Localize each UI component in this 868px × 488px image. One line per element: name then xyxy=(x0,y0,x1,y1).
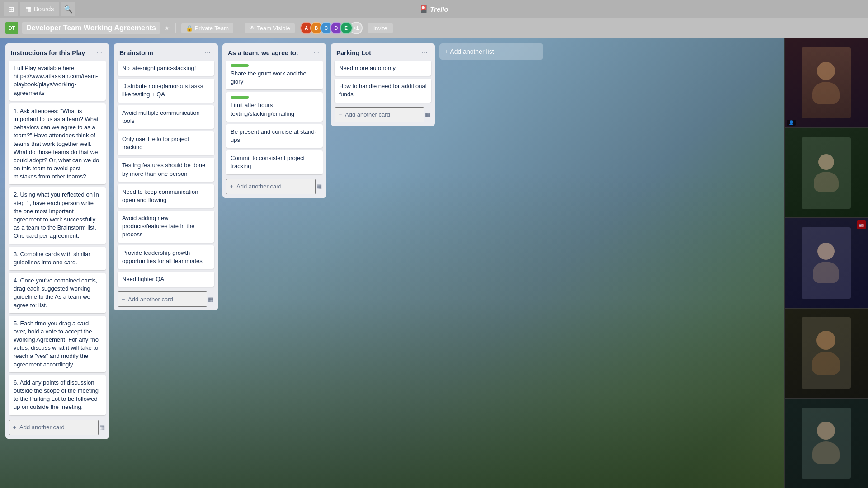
top-nav: ⊞ ▦ Boards 🔍 🎴 Trello xyxy=(0,0,868,18)
board-title-button[interactable]: Developer Team Working Agreements xyxy=(22,22,160,34)
card-text-brainstorm-4: Testing features should be done by more … xyxy=(122,162,205,177)
card-text-brainstorm-0: No late-night panic-slacking! xyxy=(122,65,196,71)
boards-button[interactable]: ▦ Boards xyxy=(20,2,59,16)
card-text-brainstorm-2: Avoid multiple communication tools xyxy=(122,109,200,124)
video-tile-2 xyxy=(784,128,868,218)
list-menu-instructions[interactable]: ··· xyxy=(94,48,104,58)
video-tile-3: 🇺🇸 xyxy=(784,218,868,308)
card-text-parking-0: Need more autonomy xyxy=(339,65,396,71)
plus-icon: ＋ xyxy=(229,183,235,191)
card-parking-0[interactable]: Need more autonomy xyxy=(335,61,431,76)
board-title: Developer Team Working Agreements xyxy=(26,24,156,32)
add-card-button-instructions[interactable]: ＋ Add another card xyxy=(9,420,99,435)
list-header-agree: As a team, we agree to:··· xyxy=(222,43,326,61)
card-text-agree-3: Commit to consistent project tracking xyxy=(231,155,305,169)
card-agree-3[interactable]: Commit to consistent project tracking xyxy=(226,150,323,174)
card-brainstorm-8[interactable]: Need tighter QA xyxy=(118,272,214,287)
card-brainstorm-0[interactable]: No late-night panic-slacking! xyxy=(118,61,214,76)
board-icon: ▦ xyxy=(25,5,31,13)
archive-button-agree[interactable]: ▦ xyxy=(316,182,323,191)
card-agree-1[interactable]: Limit after hours texting/slacking/email… xyxy=(226,92,323,121)
card-instructions-0[interactable]: Full Play available here: https://www.at… xyxy=(9,61,106,101)
card-brainstorm-4[interactable]: Testing features should be done by more … xyxy=(118,158,214,181)
workspace-icon: DT xyxy=(5,22,18,34)
card-parking-1[interactable]: How to handle need for additional funds xyxy=(335,79,431,102)
archive-button-parking[interactable]: ▦ xyxy=(424,110,431,119)
search-button[interactable]: 🔍 xyxy=(61,2,75,16)
add-card-label-instructions: Add another card xyxy=(19,424,65,431)
list-header-instructions: Instructions for this Play··· xyxy=(5,43,109,61)
card-brainstorm-6[interactable]: Avoid adding new products/features late … xyxy=(118,211,214,243)
list-cards-agree: Share the grunt work and the gloryLimit … xyxy=(222,61,326,177)
header-divider2 xyxy=(239,23,239,33)
video-name-1: 👤 xyxy=(787,120,796,126)
trello-wordmark: Trello xyxy=(430,5,448,13)
card-label-agree-1 xyxy=(231,96,249,99)
list-title-agree: As a team, we agree to: xyxy=(228,49,298,56)
board-area: Instructions for this Play···Full Play a… xyxy=(0,38,868,488)
card-instructions-6[interactable]: 6. Add any points of discussion outside … xyxy=(9,375,106,415)
list-cards-brainstorm: No late-night panic-slacking!Distribute … xyxy=(114,61,218,290)
video-tile-1: 👤 xyxy=(784,38,868,128)
visibility-button[interactable]: 🔒 Private Team xyxy=(181,23,233,33)
home-button[interactable]: ⊞ xyxy=(4,2,18,16)
card-agree-0[interactable]: Share the grunt work and the glory xyxy=(226,61,323,89)
add-list-button[interactable]: + Add another list xyxy=(439,43,543,60)
add-card-button-parking[interactable]: ＋ Add another card xyxy=(335,107,424,122)
card-text-instructions-3: 3. Combine cards with similar guidelines… xyxy=(14,251,90,266)
add-card-area-agree: ＋ Add another card▦ xyxy=(222,177,326,198)
card-text-instructions-6: 6. Add any points of discussion outside … xyxy=(14,379,99,411)
add-card-label-parking: Add another card xyxy=(345,111,390,118)
board-header: DT Developer Team Working Agreements ★ 🔒… xyxy=(0,18,868,38)
card-brainstorm-5[interactable]: Need to keep communication open and flow… xyxy=(118,184,214,208)
card-instructions-1[interactable]: 1. Ask attendees: "What is important to … xyxy=(9,103,106,185)
archive-button-brainstorm[interactable]: ▦ xyxy=(207,295,214,304)
invite-label: Invite xyxy=(373,25,387,32)
list-menu-brainstorm[interactable]: ··· xyxy=(203,48,212,58)
member-avatars: ABCDE+1 xyxy=(300,22,363,34)
card-text-instructions-0: Full Play available here: https://www.at… xyxy=(14,65,98,96)
plus-icon: ＋ xyxy=(337,111,343,119)
archive-icon: ▦ xyxy=(425,111,430,118)
archive-button-instructions[interactable]: ▦ xyxy=(99,423,106,432)
eye-icon: 👁 xyxy=(249,25,255,32)
add-card-button-agree[interactable]: ＋ Add another card xyxy=(226,179,316,194)
avatar-5[interactable]: E xyxy=(340,22,353,34)
card-brainstorm-7[interactable]: Provide leadership growth opportunities … xyxy=(118,245,214,269)
lock-icon: 🔒 xyxy=(186,25,193,32)
boards-label: Boards xyxy=(34,5,54,13)
card-text-instructions-5: 5. Each time you drag a card over, hold … xyxy=(14,320,101,368)
card-brainstorm-2[interactable]: Avoid multiple communication tools xyxy=(118,105,214,129)
team-visible-button[interactable]: 👁 Team Visible xyxy=(245,23,294,33)
card-brainstorm-3[interactable]: Only use Trello for project tracking xyxy=(118,131,214,155)
card-text-agree-0: Share the grunt work and the glory xyxy=(231,70,307,85)
plus-icon: ＋ xyxy=(12,423,18,432)
invite-button[interactable]: Invite xyxy=(368,23,393,33)
list-header-brainstorm: Brainstorm··· xyxy=(114,43,218,61)
card-text-brainstorm-5: Need to keep communication open and flow… xyxy=(122,188,198,203)
list-menu-agree[interactable]: ··· xyxy=(311,48,321,58)
card-text-brainstorm-7: Provide leadership growth opportunities … xyxy=(122,249,203,264)
trello-logo: 🎴 Trello xyxy=(420,5,448,13)
card-instructions-2[interactable]: 2. Using what you reflected on in step 1… xyxy=(9,187,106,244)
card-text-instructions-1: 1. Ask attendees: "What is important to … xyxy=(14,108,99,180)
star-button[interactable]: ★ xyxy=(164,24,170,32)
archive-icon: ▦ xyxy=(208,296,213,303)
team-visible-label: Team Visible xyxy=(257,25,290,32)
card-text-brainstorm-3: Only use Trello for project tracking xyxy=(122,136,189,150)
card-instructions-3[interactable]: 3. Combine cards with similar guidelines… xyxy=(9,247,106,270)
list-cards-instructions: Full Play available here: https://www.at… xyxy=(5,61,109,418)
list-menu-parking[interactable]: ··· xyxy=(420,48,429,58)
lists-container: Instructions for this Play···Full Play a… xyxy=(5,43,298,439)
list-header-parking: Parking Lot··· xyxy=(331,43,435,61)
card-instructions-5[interactable]: 5. Each time you drag a card over, hold … xyxy=(9,316,106,372)
card-agree-2[interactable]: Be present and concise at stand-ups xyxy=(226,124,323,148)
add-card-area-brainstorm: ＋ Add another card▦ xyxy=(114,290,218,310)
card-brainstorm-1[interactable]: Distribute non-glamorous tasks like test… xyxy=(118,79,214,102)
card-text-brainstorm-6: Avoid adding new products/features late … xyxy=(122,215,194,238)
card-instructions-4[interactable]: 4. Once you've combined cards, drag each… xyxy=(9,273,106,313)
card-text-instructions-2: 2. Using what you reflected on in step 1… xyxy=(14,191,99,239)
card-text-instructions-4: 4. Once you've combined cards, drag each… xyxy=(14,277,97,309)
add-card-area-instructions: ＋ Add another card▦ xyxy=(5,418,109,439)
add-card-button-brainstorm[interactable]: ＋ Add another card xyxy=(118,291,207,307)
